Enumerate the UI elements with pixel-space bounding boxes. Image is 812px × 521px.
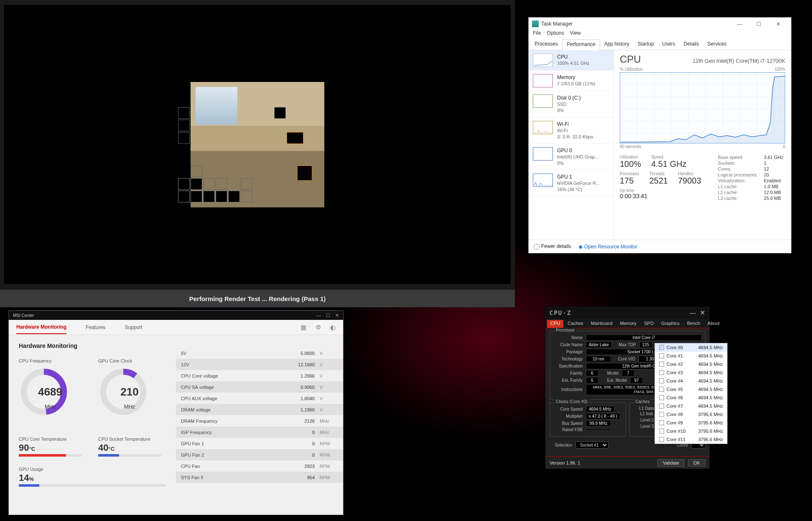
cz-bus-v: 99.9 MHz bbox=[586, 420, 611, 427]
sensor-value: 1.8040 bbox=[300, 396, 315, 401]
cpuz-tab-spd[interactable]: SPD bbox=[641, 320, 657, 328]
core-mhz: 4694.5 MHz bbox=[698, 362, 723, 367]
core-row[interactable]: Core #24694.5 MHz bbox=[655, 360, 727, 368]
grid-icon[interactable]: ▦ bbox=[300, 324, 306, 331]
ok-button[interactable]: OK bbox=[688, 459, 705, 467]
stat-processes-value: 175 bbox=[620, 176, 639, 186]
avatar-icon[interactable]: ◐ bbox=[330, 324, 336, 331]
core-row[interactable]: ✓Core #04694.5 MHz bbox=[655, 343, 727, 352]
msi-close-button[interactable]: ✕ bbox=[335, 313, 339, 318]
tab-startup[interactable]: Startup bbox=[634, 39, 658, 50]
render-status-bar: Performing Render Test ... Rendering (Pa… bbox=[0, 290, 515, 307]
sensor-name: CPU AUX voltage bbox=[181, 396, 217, 401]
kv-l3-v: 25.0 MB bbox=[764, 196, 783, 201]
core-row[interactable]: Core #103795.6 MHz bbox=[655, 427, 727, 435]
kv-basespeed-l: Base speed: bbox=[718, 155, 764, 160]
core-name: Core #1 bbox=[667, 353, 683, 358]
tab-users[interactable]: Users bbox=[658, 39, 679, 50]
validate-button[interactable]: Validate bbox=[657, 459, 685, 467]
gpu-usage-value: 14 bbox=[19, 472, 29, 483]
checkbox-icon bbox=[659, 362, 664, 367]
sidebar-item-gpu1[interactable]: GPU 1NVIDIA GeForce R...16% (38 °C) bbox=[529, 170, 613, 197]
cpuz-tab-mainboard[interactable]: Mainboard bbox=[588, 320, 616, 328]
cpu-core-temp: CPU Core Temperature 90°C bbox=[19, 437, 81, 457]
tab-details[interactable]: Details bbox=[680, 39, 703, 50]
menu-view[interactable]: View bbox=[570, 30, 581, 39]
core-row[interactable]: Core #83795.6 MHz bbox=[655, 410, 727, 419]
cz-multi-l: Multiplier bbox=[553, 414, 583, 419]
cpuz-tab-memory[interactable]: Memory bbox=[617, 320, 640, 328]
msi-maximize-button[interactable]: ☐ bbox=[326, 313, 330, 318]
core-name: Core #5 bbox=[667, 387, 683, 392]
tab-processes[interactable]: Processes bbox=[530, 39, 562, 50]
core-row[interactable]: Core #74694.5 MHz bbox=[655, 402, 727, 410]
core-row[interactable]: Core #93795.6 MHz bbox=[655, 419, 727, 427]
cpuz-close-button[interactable]: ✕ bbox=[700, 309, 705, 317]
sidebar-item-gpu0[interactable]: GPU 0Intel(R) UHD Grap...0% bbox=[529, 144, 613, 170]
tm-footer: Fewer details ◉ Open Resource Monitor bbox=[529, 240, 791, 253]
stat-utilization-value: 100% bbox=[620, 159, 641, 169]
open-resource-monitor-link[interactable]: ◉ Open Resource Monitor bbox=[578, 244, 637, 250]
socket-select[interactable]: Socket #1 bbox=[575, 442, 608, 449]
sensor-value: 5.0600 bbox=[300, 351, 315, 356]
cpuz-titlebar[interactable]: CPU-Z — ✕ bbox=[545, 306, 710, 319]
core-mhz: 3795.6 MHz bbox=[698, 437, 723, 442]
core-row[interactable]: Core #34694.5 MHz bbox=[655, 368, 727, 377]
tab-performance[interactable]: Performance bbox=[562, 39, 600, 50]
core-mhz: 4694.5 MHz bbox=[698, 404, 723, 409]
fewer-details-link[interactable]: Fewer details bbox=[534, 243, 571, 250]
core-name: Core #10 bbox=[667, 429, 685, 434]
cpuz-minimize-button[interactable]: — bbox=[690, 309, 696, 317]
tm-menubar: File Options View bbox=[529, 30, 791, 39]
core-name: Core #11 bbox=[667, 437, 685, 442]
core-row[interactable]: Core #44694.5 MHz bbox=[655, 377, 727, 385]
msi-tab-monitoring[interactable]: Hardware Monitoring bbox=[16, 321, 66, 334]
cpuz-tab-bench[interactable]: Bench bbox=[684, 320, 703, 328]
side-memory-sub: 7.1/63.8 GB (11%) bbox=[557, 81, 595, 87]
gpu-clock-unit: MHz bbox=[124, 404, 135, 410]
msi-tab-support[interactable]: Support bbox=[125, 321, 142, 334]
checkbox-icon bbox=[659, 395, 664, 400]
cpuz-tab-cpu[interactable]: CPU bbox=[547, 320, 563, 328]
cpu-utilization-graph[interactable] bbox=[620, 72, 785, 143]
cpuz-tabs: CPU Caches Mainboard Memory SPD Graphics… bbox=[545, 319, 710, 328]
minimize-button[interactable]: — bbox=[730, 21, 749, 27]
menu-options[interactable]: Options bbox=[547, 30, 564, 39]
cpuz-tab-caches[interactable]: Caches bbox=[564, 320, 586, 328]
gpu0-thumb bbox=[533, 147, 553, 161]
tab-services[interactable]: Services bbox=[703, 39, 731, 50]
kv-lp-l: Logical processors: bbox=[718, 172, 764, 177]
sensor-name: SYS Fan 3 bbox=[181, 475, 203, 480]
stat-speed-label: Speed bbox=[651, 155, 686, 159]
sensor-value: 2128 bbox=[305, 419, 315, 424]
sensor-unit: V bbox=[320, 373, 331, 378]
sidebar-item-wifi[interactable]: Wi-FiWi-FiS: 0 R: 32.0 Kbps bbox=[529, 117, 613, 144]
sidebar-item-cpu[interactable]: CPU100% 4.51 GHz bbox=[529, 50, 613, 71]
cpuz-tab-graphics[interactable]: Graphics bbox=[658, 320, 683, 328]
cpu-core-temp-value: 90 bbox=[19, 442, 29, 453]
msi-minimize-button[interactable]: — bbox=[316, 313, 321, 318]
core-row[interactable]: Core #14694.5 MHz bbox=[655, 352, 727, 360]
tab-app-history[interactable]: App history bbox=[600, 39, 634, 50]
chevron-up-icon bbox=[534, 244, 540, 250]
gear-icon[interactable]: ⚙ bbox=[316, 324, 321, 331]
cz-family-v: 6 bbox=[586, 370, 598, 376]
sensor-unit: V bbox=[320, 407, 331, 412]
msi-tab-features[interactable]: Features bbox=[86, 321, 105, 334]
msi-titlebar[interactable]: MSI Center — ☐ ✕ bbox=[9, 311, 343, 320]
core-mhz: 3795.6 MHz bbox=[698, 412, 723, 417]
sidebar-item-disk[interactable]: Disk 0 (C:)SSD0% bbox=[529, 91, 613, 117]
cpuz-tab-about[interactable]: About bbox=[704, 320, 723, 328]
core-row[interactable]: Core #113795.6 MHz bbox=[655, 435, 727, 444]
maximize-button[interactable]: ☐ bbox=[749, 21, 769, 27]
sidebar-item-memory[interactable]: Memory7.1/63.8 GB (11%) bbox=[529, 71, 613, 91]
side-gpu1-label: GPU 1 bbox=[557, 174, 600, 180]
close-button[interactable]: ✕ bbox=[769, 21, 788, 27]
cpu-socket-temp-value: 40 bbox=[98, 442, 108, 453]
core-row[interactable]: Core #54694.5 MHz bbox=[655, 385, 727, 393]
menu-file[interactable]: File bbox=[533, 30, 541, 39]
tm-titlebar[interactable]: Task Manager — ☐ ✕ bbox=[529, 18, 791, 30]
core-row[interactable]: Core #64694.5 MHz bbox=[655, 393, 727, 402]
cz-multi-v: x 47.0 ( 8 - 49 ) bbox=[586, 413, 620, 419]
core-mhz: 3795.6 MHz bbox=[698, 420, 723, 425]
